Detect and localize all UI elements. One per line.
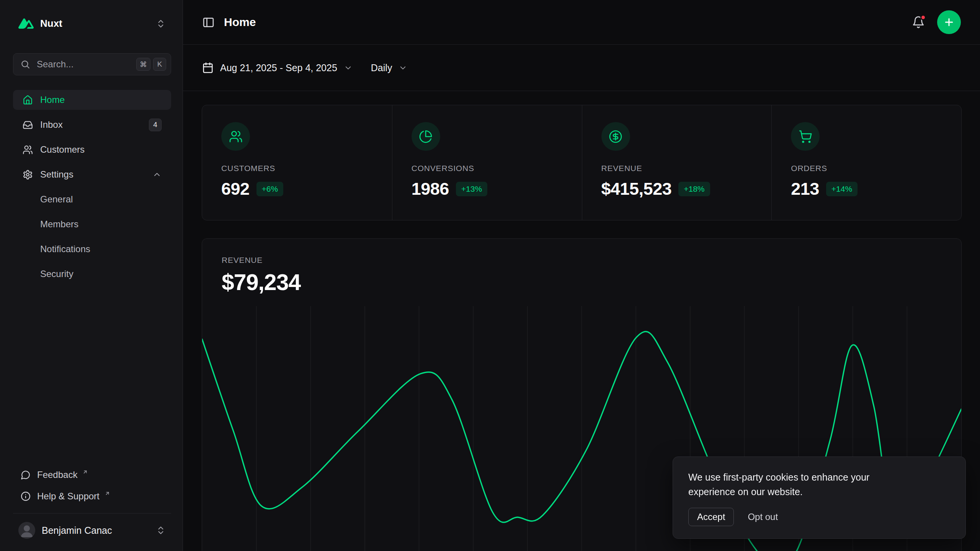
granularity-label: Daily [371, 62, 392, 73]
circle-dollar-icon [601, 122, 630, 151]
calendar-icon [202, 62, 214, 73]
cookie-consent-toast: We use first-party cookies to enhance yo… [673, 456, 966, 539]
footer-link-label: Feedback [37, 469, 77, 480]
shopping-cart-icon [791, 122, 820, 151]
stat-label: CUSTOMERS [221, 164, 373, 173]
sidebar-subitem-label: General [40, 194, 73, 205]
sidebar-subitem-notifications[interactable]: Notifications [13, 239, 171, 259]
plus-icon [943, 16, 955, 28]
external-link-icon [82, 469, 88, 475]
cookie-message: We use first-party cookies to enhance yo… [688, 470, 910, 500]
sidebar-item-label: Customers [40, 144, 85, 155]
sidebar-item-label: Settings [40, 169, 74, 180]
add-button[interactable] [937, 10, 961, 34]
external-link-icon [105, 491, 110, 496]
users-icon [221, 122, 250, 151]
sidebar-spacer [13, 289, 171, 464]
panel-left-icon [202, 16, 215, 29]
sidebar-subitem-general[interactable]: General [13, 189, 171, 209]
search-placeholder: Search... [37, 59, 74, 70]
sidebar-nav: Home Inbox 4 Customers Settings Ge [13, 90, 171, 289]
stat-value: $415,523 [601, 179, 672, 199]
sidebar-item-label: Inbox [40, 119, 63, 130]
sidebar-item-home[interactable]: Home [13, 90, 171, 110]
sidebar-item-settings[interactable]: Settings [13, 165, 171, 184]
nuxt-logo-icon [18, 18, 34, 29]
chevrons-up-down-icon [156, 19, 166, 29]
stat-value: 692 [221, 179, 250, 199]
notification-dot [920, 15, 926, 20]
help-support-link[interactable]: Help & Support [13, 486, 171, 507]
info-circle-icon [21, 491, 31, 501]
page-header: Home [183, 0, 980, 45]
user-name: Benjamin Canac [42, 525, 112, 536]
sidebar-item-inbox[interactable]: Inbox 4 [13, 115, 171, 135]
inbox-icon [23, 120, 33, 130]
users-icon [23, 145, 33, 155]
page-title: Home [224, 16, 256, 29]
stat-delta-badge: +18% [678, 182, 710, 196]
revenue-chart-value: $79,234 [222, 269, 942, 295]
stat-delta-badge: +13% [456, 182, 487, 196]
sidebar-subitem-members[interactable]: Members [13, 214, 171, 234]
sidebar-item-customers[interactable]: Customers [13, 140, 171, 160]
team-name: Nuxt [40, 18, 62, 29]
search-shortcut: ⌘ K [136, 58, 166, 71]
footer-link-label: Help & Support [37, 491, 100, 502]
chevron-down-icon [344, 64, 353, 72]
stat-revenue: REVENUE $415,523 +18% [582, 105, 772, 220]
chevrons-up-down-icon [156, 525, 166, 535]
stat-orders: ORDERS 213 +14% [771, 105, 961, 220]
message-bubble-icon [21, 470, 31, 480]
sidebar-subitem-label: Notifications [40, 244, 90, 254]
feedback-link[interactable]: Feedback [13, 464, 171, 486]
search-input[interactable]: Search... ⌘ K [13, 53, 171, 75]
sidebar-subitem-label: Members [40, 219, 78, 230]
filter-bar: Aug 21, 2025 - Sep 4, 2025 Daily [183, 45, 980, 91]
user-menu[interactable]: Benjamin Canac [13, 513, 171, 541]
sidebar: Nuxt Search... ⌘ K Home Inbox 4 [0, 0, 183, 551]
stats-overview: CUSTOMERS 692 +6% CONVERSIONS 1986 +13% [202, 105, 962, 220]
stat-value: 213 [791, 179, 819, 199]
stat-label: CONVERSIONS [412, 164, 563, 173]
inbox-count-badge: 4 [149, 119, 162, 131]
stat-delta-badge: +14% [826, 182, 858, 196]
sidebar-item-label: Home [40, 95, 65, 105]
sidebar-subitem-label: Security [40, 269, 74, 279]
cookie-optout-button[interactable]: Opt out [748, 512, 778, 522]
kbd-meta: ⌘ [136, 58, 150, 71]
date-range-picker[interactable]: Aug 21, 2025 - Sep 4, 2025 [202, 62, 353, 73]
notifications-button[interactable] [912, 16, 925, 29]
chevron-down-icon [399, 64, 407, 72]
team-switcher[interactable]: Nuxt [13, 10, 171, 37]
chevron-up-icon [152, 170, 162, 179]
search-icon [20, 59, 30, 69]
stat-label: REVENUE [601, 164, 753, 173]
date-range-label: Aug 21, 2025 - Sep 4, 2025 [220, 62, 337, 73]
gear-icon [23, 170, 33, 180]
kbd-k: K [153, 58, 166, 71]
stat-conversions: CONVERSIONS 1986 +13% [392, 105, 582, 220]
stat-customers: CUSTOMERS 692 +6% [202, 105, 392, 220]
sidebar-toggle-button[interactable] [202, 16, 215, 29]
cookie-accept-button[interactable]: Accept [688, 508, 734, 526]
home-icon [23, 95, 33, 105]
pie-chart-icon [412, 122, 440, 151]
avatar [18, 522, 35, 539]
revenue-chart-label: REVENUE [222, 256, 942, 265]
granularity-select[interactable]: Daily [371, 62, 408, 73]
stat-delta-badge: +6% [256, 182, 284, 196]
stat-value: 1986 [412, 179, 449, 199]
stat-label: ORDERS [791, 164, 942, 173]
sidebar-subitem-security[interactable]: Security [13, 264, 171, 284]
header-actions [912, 10, 961, 34]
